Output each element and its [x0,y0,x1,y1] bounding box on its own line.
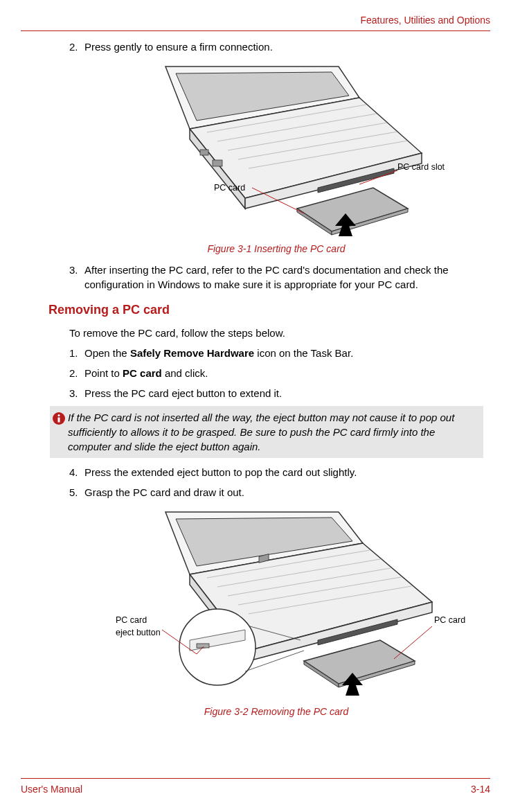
callout-eject-line2: eject button [116,628,161,637]
step-text: Press the extended eject button to pop t… [84,465,483,479]
callout-eject-button: PC card eject button [116,615,161,639]
figure-2-illustration: PC card eject button PC card [89,505,463,699]
svg-rect-10 [200,150,208,155]
footer-right: 3-14 [471,783,490,797]
step-number: 3. [69,386,84,400]
figure-1-illustration: PC card slot PC card [124,60,429,236]
text-part: Open the [84,347,130,359]
page-content: 2. Press gently to ensure a firm connect… [21,39,490,719]
figure-1-caption: Figure 3-1 Inserting the PC card [69,242,483,256]
text-part: Point to [84,367,123,379]
remove-step-5: 5. Grasp the PC card and draw it out. [69,485,483,500]
svg-rect-20 [58,414,60,416]
note-text: If the PC card is not inserted all the w… [68,410,478,454]
info-icon [50,410,68,425]
figure-2: PC card eject button PC card Figure 3-2 … [69,505,483,719]
step-text: Grasp the PC card and draw it out. [84,485,483,500]
laptop-drawing [124,60,429,236]
callout-pc-card-slot: PC card slot [397,161,445,174]
text-part: and click. [162,367,208,379]
svg-line-45 [394,626,432,659]
note-box: If the PC card is not inserted all the w… [50,406,483,458]
figure-1: PC card slot PC card Figure 3-1 Insertin… [69,60,483,256]
text-bold: PC card [123,367,162,379]
intro-text: To remove the PC card, follow the steps … [69,326,483,340]
header-section-title: Features, Utilities and Options [360,15,490,26]
laptop-drawing-2 [89,505,463,699]
remove-step-2: 2. Point to PC card and click. [69,366,483,380]
step-number: 1. [69,346,84,360]
remove-step-3: 3. Press the PC card eject button to ext… [69,386,483,400]
step-3-insert: 3. After inserting the PC card, refer to… [69,263,483,292]
step-text: Open the Safely Remove Hardware icon on … [84,346,483,360]
step-text: Press the PC card eject button to extend… [84,386,483,400]
step-number: 2. [69,366,84,380]
remove-step-1: 1. Open the Safely Remove Hardware icon … [69,346,483,360]
svg-rect-21 [58,418,60,423]
page-header: Features, Utilities and Options [21,14,490,31]
remove-step-4: 4. Press the extended eject button to po… [69,465,483,479]
step-number: 3. [69,263,84,292]
callout-pc-card: PC card [214,182,245,195]
step-text: Press gently to ensure a firm connection… [84,39,483,54]
callout-pc-card-2: PC card [434,615,465,627]
step-number: 5. [69,485,84,500]
figure-2-caption: Figure 3-2 Removing the PC card [69,705,483,719]
text-bold: Safely Remove Hardware [130,347,254,359]
step-number: 2. [69,39,84,54]
callout-eject-line1: PC card [116,615,147,625]
svg-rect-11 [213,160,222,166]
text-part: icon on the Task Bar. [254,347,353,359]
step-text: Point to PC card and click. [84,366,483,380]
step-text: After inserting the PC card, refer to th… [84,263,483,292]
section-heading-removing: Removing a PC card [48,301,483,319]
footer-left: User's Manual [21,783,82,797]
page-footer: User's Manual 3-14 [21,778,490,797]
step-number: 4. [69,465,84,479]
step-2-insert: 2. Press gently to ensure a firm connect… [69,39,483,54]
